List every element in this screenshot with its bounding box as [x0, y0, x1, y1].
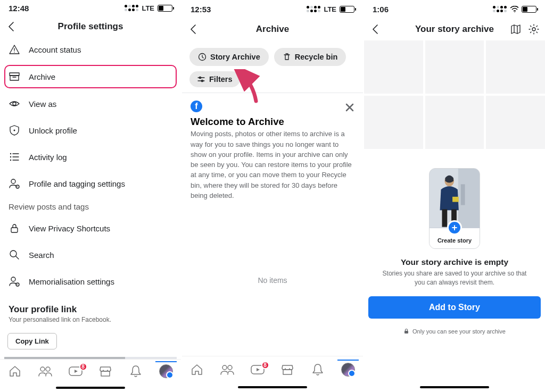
signal-icon — [493, 6, 507, 12]
svg-rect-45 — [452, 197, 459, 202]
chip-story-archive[interactable]: Story Archive — [189, 48, 269, 66]
home-indicator[interactable] — [364, 382, 545, 392]
row-unlock-profile[interactable]: Unlock profile — [0, 117, 181, 144]
row-label: View as — [29, 99, 56, 109]
status-bar: 12:48 LTE — [0, 0, 181, 16]
create-story-card[interactable]: + Create story — [429, 168, 480, 249]
copy-link-button[interactable]: Copy Link — [7, 333, 57, 349]
screen-archive: 12:53 LTE Archive Story Archive Recycle … — [182, 0, 364, 392]
chip-filters[interactable]: Filters — [189, 71, 240, 87]
tab-bar: 8 — [0, 359, 181, 383]
eye-icon — [9, 98, 20, 110]
status-bar: 1:06 — [364, 0, 545, 18]
tab-notifications[interactable] — [307, 363, 328, 377]
map-button[interactable] — [510, 23, 522, 35]
status-indicators: LTE — [307, 5, 354, 13]
svg-point-13 — [11, 179, 15, 184]
tab-notifications[interactable] — [125, 364, 146, 378]
row-label: Memorialisation settings — [29, 277, 114, 286]
svg-point-15 — [17, 186, 18, 187]
row-activity-log[interactable]: Activity log — [0, 144, 181, 170]
battery-icon — [158, 5, 172, 12]
sliders-icon — [197, 75, 205, 84]
trash-icon — [283, 53, 291, 61]
row-archive[interactable]: Archive — [4, 65, 177, 88]
archive-chip-row: Story Archive Recycle bin — [182, 40, 363, 71]
user-gear-icon — [9, 178, 20, 189]
tab-watch[interactable]: 8 — [65, 365, 86, 378]
tab-watch[interactable]: 8 — [247, 363, 268, 376]
tab-friends[interactable] — [217, 363, 238, 377]
svg-point-9 — [10, 156, 11, 157]
row-label: Account status — [29, 45, 81, 54]
row-search[interactable]: Search — [0, 241, 181, 268]
chevron-left-icon — [7, 21, 15, 32]
tab-home[interactable] — [4, 364, 26, 378]
tab-home[interactable] — [186, 363, 208, 377]
back-button[interactable] — [371, 24, 379, 35]
close-button[interactable] — [345, 103, 354, 112]
status-bar: 12:53 LTE — [182, 0, 363, 18]
tab-profile[interactable] — [337, 363, 359, 377]
chip-recycle-bin[interactable]: Recycle bin — [274, 48, 346, 66]
notification-badge: 8 — [79, 363, 87, 371]
svg-point-17 — [10, 251, 16, 257]
filters-row: Filters — [182, 71, 363, 93]
signal-icon — [307, 6, 320, 12]
grid-cell[interactable] — [364, 40, 423, 94]
row-privacy-shortcuts[interactable]: View Privacy Shortcuts — [0, 215, 181, 241]
chevron-left-icon — [189, 24, 197, 35]
svg-rect-3 — [10, 76, 19, 80]
signal-icon — [125, 5, 138, 11]
lock-icon — [403, 328, 409, 334]
welcome-body: Moving posts, photos or other items to a… — [191, 129, 354, 201]
row-profile-tagging[interactable]: Profile and tagging settings — [0, 170, 181, 197]
svg-rect-2 — [10, 73, 19, 76]
welcome-block: f Welcome to Archive Moving posts, photo… — [182, 93, 363, 205]
settings-button[interactable] — [528, 23, 540, 35]
tab-profile[interactable] — [155, 364, 177, 378]
home-indicator[interactable] — [182, 382, 363, 392]
no-items-label: No items — [182, 205, 363, 356]
grid-cell[interactable] — [486, 96, 545, 149]
svg-point-7 — [10, 153, 11, 154]
back-button[interactable] — [7, 21, 15, 32]
row-label: Activity log — [29, 153, 67, 162]
wifi-icon — [510, 6, 518, 12]
status-time: 12:48 — [9, 4, 29, 13]
back-button[interactable] — [189, 24, 197, 35]
svg-rect-25 — [101, 371, 110, 376]
page-title: Archive — [256, 24, 289, 35]
empty-state-sub: Stories you share are saved to your arch… — [364, 267, 545, 294]
svg-point-5 — [13, 102, 16, 105]
grid-cell[interactable] — [364, 96, 423, 149]
section-label: Review posts and tags — [0, 197, 181, 215]
svg-point-1 — [14, 52, 15, 53]
svg-point-23 — [46, 367, 50, 371]
facebook-logo-icon: f — [191, 101, 202, 112]
grid-cell[interactable] — [425, 96, 484, 149]
tab-marketplace[interactable] — [95, 364, 116, 378]
svg-rect-46 — [404, 331, 408, 333]
grid-cell[interactable] — [486, 40, 545, 94]
chip-label: Recycle bin — [295, 53, 338, 61]
notification-badge: 8 — [261, 361, 269, 369]
lock-icon — [9, 222, 20, 234]
close-icon — [345, 103, 354, 112]
tab-marketplace[interactable] — [277, 363, 298, 377]
row-account-status[interactable]: Account status — [0, 37, 181, 63]
svg-point-38 — [532, 28, 535, 31]
network-label: LTE — [142, 4, 154, 12]
tab-bar: 8 — [182, 356, 363, 382]
home-indicator[interactable] — [0, 383, 181, 392]
status-indicators: LTE — [125, 4, 172, 12]
row-view-as[interactable]: View as — [0, 90, 181, 117]
avatar — [159, 364, 173, 378]
profile-link-title: Your profile link — [0, 295, 181, 316]
privacy-note-text: Only you can see your story archive — [412, 328, 506, 335]
add-to-story-button[interactable]: Add to Story — [368, 296, 541, 319]
row-memorialisation[interactable]: Memorialisation settings — [0, 268, 181, 295]
grid-cell[interactable] — [425, 40, 484, 94]
profile-link-sub: Your personalised link on Facebook. — [0, 316, 181, 323]
tab-friends[interactable] — [35, 364, 56, 378]
